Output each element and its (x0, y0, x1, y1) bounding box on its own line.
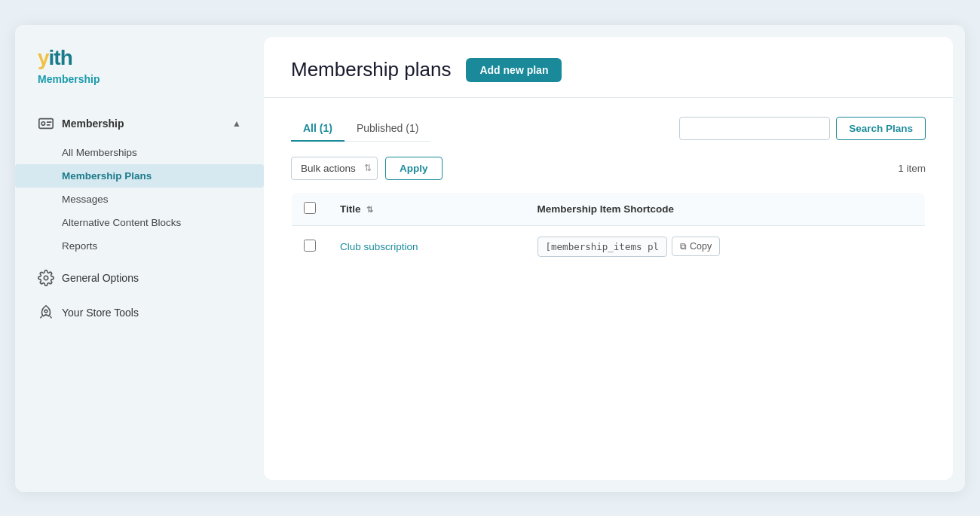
shortcode-wrapper: [membership_items pl ⧉ Copy (537, 237, 913, 257)
tabs-bar: All (1) Published (1) (291, 116, 430, 142)
svg-point-4 (44, 276, 48, 280)
copy-label: Copy (690, 241, 712, 252)
svg-point-5 (44, 310, 47, 313)
item-count: 1 item (898, 163, 926, 174)
page-header: Membership plans Add new plan (264, 37, 953, 98)
sidebar-section-membership: Membership ▲ All Memberships Membership … (15, 108, 264, 259)
sidebar-section-membership-header[interactable]: Membership ▲ (15, 108, 264, 139)
sidebar-nav: Membership ▲ All Memberships Membership … (15, 100, 264, 336)
tab-published[interactable]: Published (1) (345, 116, 431, 142)
sidebar-item-alternative-content-blocks[interactable]: Alternative Content Blocks (15, 211, 264, 234)
row-checkbox-cell (292, 225, 329, 267)
bulk-actions-row: Bulk actions Apply 1 item (291, 157, 926, 180)
rocket-icon (38, 304, 54, 321)
row-title-cell: Club subscription (328, 225, 525, 267)
table-header-title: Title ⇅ (328, 192, 525, 225)
plans-table: Title ⇅ Membership Item Shortcode Club s… (291, 192, 926, 268)
sidebar-item-membership-plans[interactable]: Membership Plans (15, 164, 264, 188)
copy-button[interactable]: ⧉ Copy (672, 237, 720, 256)
row-checkbox[interactable] (304, 240, 316, 252)
sidebar-item-general-options[interactable]: General Options (15, 262, 264, 294)
gear-icon (38, 270, 54, 286)
page-body: All (1) Published (1) Search Plans Bulk … (264, 98, 953, 480)
shortcode-text: [membership_items pl (537, 237, 668, 257)
svg-point-1 (41, 121, 45, 125)
your-store-tools-label: Your Store Tools (62, 307, 139, 319)
table-header-checkbox (292, 192, 329, 225)
sidebar-subnav-membership: All Memberships Membership Plans Message… (15, 139, 264, 259)
logo-area: yith Membership (15, 47, 264, 100)
table-header: Title ⇅ Membership Item Shortcode (292, 192, 926, 225)
general-options-label: General Options (62, 272, 139, 284)
bulk-actions-select[interactable]: Bulk actions (291, 157, 378, 180)
add-new-plan-button[interactable]: Add new plan (466, 58, 562, 82)
sidebar: yith Membership Membership ▲ (15, 25, 264, 492)
logo-y: y (38, 46, 49, 69)
plan-link[interactable]: Club subscription (340, 241, 418, 252)
brand-logo: yith (38, 47, 241, 69)
search-plans-button[interactable]: Search Plans (836, 117, 926, 140)
bulk-actions-select-wrapper: Bulk actions (291, 157, 378, 180)
table-row: Club subscription [membership_items pl ⧉… (292, 225, 926, 267)
table-body: Club subscription [membership_items pl ⧉… (292, 225, 926, 267)
bulk-actions-left: Bulk actions Apply (291, 157, 443, 180)
sidebar-item-reports[interactable]: Reports (15, 234, 264, 258)
tabs-search-row: All (1) Published (1) Search Plans (291, 116, 926, 142)
select-all-checkbox[interactable] (304, 202, 316, 214)
brand-subtitle: Membership (38, 73, 241, 85)
chevron-up-icon: ▲ (232, 118, 241, 129)
copy-icon: ⧉ (680, 241, 687, 252)
sidebar-item-all-memberships[interactable]: All Memberships (15, 141, 264, 164)
sidebar-item-your-store-tools[interactable]: Your Store Tools (15, 297, 264, 328)
table-header-shortcode: Membership Item Shortcode (525, 192, 926, 225)
sidebar-section-membership-label: Membership (62, 118, 225, 130)
main-content: Membership plans Add new plan All (1) Pu… (264, 37, 953, 480)
sidebar-item-messages[interactable]: Messages (15, 188, 264, 211)
tab-all[interactable]: All (1) (291, 116, 345, 142)
search-row: Search Plans (679, 117, 926, 140)
sort-icon-title[interactable]: ⇅ (366, 205, 373, 214)
id-card-icon (38, 115, 54, 132)
apply-button[interactable]: Apply (385, 157, 443, 180)
search-input[interactable] (679, 117, 830, 140)
page-title: Membership plans (291, 58, 451, 81)
row-shortcode-cell: [membership_items pl ⧉ Copy (525, 225, 926, 267)
app-wrapper: yith Membership Membership ▲ (15, 25, 965, 492)
